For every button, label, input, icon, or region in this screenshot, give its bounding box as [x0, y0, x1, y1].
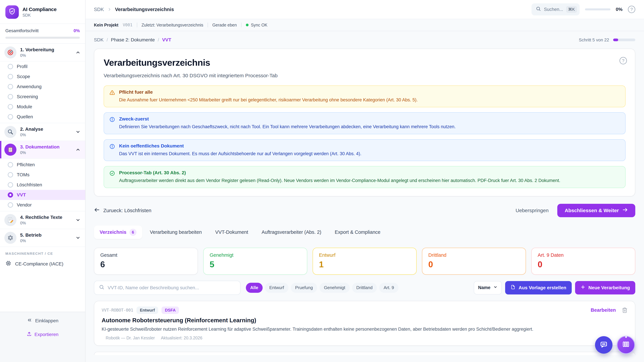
warning-icon: [109, 90, 115, 103]
sidebar-phase-rechtliche-texte[interactable]: 4. Rechtliche Texte 0%: [0, 211, 85, 229]
vvt-entry-card[interactable]: VVT-ROBOT-001 Entwurf DSFA Bearbeiten Au…: [94, 301, 635, 346]
radio-icon: [8, 162, 13, 167]
sort-select[interactable]: Name: [474, 281, 502, 295]
chevron-down-icon[interactable]: [76, 235, 80, 240]
chevron-up-icon[interactable]: [76, 50, 80, 55]
vvt-search-placeholder: VVT-ID, Name oder Beschreibung suchen...: [108, 285, 199, 291]
chip-entwurf[interactable]: Entwurf: [265, 283, 288, 293]
finish-next-button[interactable]: Abschliessen & Weiter: [557, 204, 635, 217]
wizard-breadcrumb-current: VVT: [162, 37, 171, 42]
collapse-sidebar-button[interactable]: Einklappen: [0, 318, 85, 324]
alert-processor-tab: Processor-Tab (Art. 30 Abs. 2) Auftragsv…: [104, 166, 626, 188]
edit-button[interactable]: Bearbeiten: [591, 307, 616, 313]
sidebar-phase-analyse[interactable]: 2. Analyse 0%: [0, 123, 85, 141]
sidebar-item-quellen[interactable]: Quellen: [0, 112, 85, 123]
trash-icon[interactable]: [622, 307, 628, 313]
chat-fab[interactable]: [595, 336, 612, 354]
entry-description: KI-gesteuerte Schweißroboter nutzen Rein…: [102, 327, 628, 332]
entry-owner: Robotik — Dr. Jan Kessler: [106, 336, 155, 340]
columns-icon: [622, 340, 630, 350]
chip-alle[interactable]: Alle: [246, 283, 263, 293]
clipboard-icon: [4, 144, 16, 156]
back-button[interactable]: Zurueck: Löschfristen: [94, 207, 152, 214]
entry-updated: Aktualisiert: 20.3.2026: [161, 336, 202, 340]
wizard-breadcrumb-phase[interactable]: Phase 2: Dokumente: [111, 37, 155, 42]
radio-icon: [8, 74, 13, 79]
check-circle-icon: [109, 170, 115, 184]
alert-zweck: Zweck-zuerst Definieren Sie Verarbeitung…: [104, 112, 626, 134]
project-name: Kein Projekt: [94, 23, 118, 27]
radio-icon: [8, 182, 13, 188]
entry-title: Autonome Robotersteuerung (Reinforcement…: [102, 317, 628, 324]
stat-genehmigt: Genehmigt 5: [203, 248, 307, 275]
radio-icon: [8, 64, 13, 69]
sidebar-item-vvt[interactable]: VVT: [0, 190, 85, 200]
chevron-down-icon[interactable]: [76, 129, 80, 134]
sidebar-phase-betrieb[interactable]: 5. Betrieb 0%: [0, 229, 85, 247]
sidebar-item-vendor[interactable]: Vendor: [0, 200, 85, 211]
step-progress-bar: [613, 38, 635, 41]
board-fab[interactable]: [617, 336, 635, 354]
sidebar-item-toms[interactable]: TOMs: [0, 170, 85, 180]
tab-verarbeitung-bearbeiten[interactable]: Verarbeitung bearbeiten: [144, 226, 208, 239]
plus-icon: [580, 285, 586, 291]
version-badge: V001: [123, 23, 132, 27]
tab-count-badge: 6: [130, 229, 136, 236]
create-from-template-button[interactable]: Aus Vorlage erstellen: [505, 281, 572, 295]
tab-vvt-dokument[interactable]: VVT-Dokument: [210, 226, 254, 239]
radio-icon: [8, 94, 13, 99]
chip-icon: [5, 260, 12, 268]
topbar-progress-bar: [585, 8, 610, 10]
tab-export-compliance[interactable]: Export & Compliance: [329, 226, 386, 239]
sidebar-item-scope[interactable]: Scope: [0, 71, 85, 82]
chip-pruefung[interactable]: Pruefung: [291, 283, 317, 293]
breadcrumb-root[interactable]: SDK: [94, 7, 104, 12]
chip-drittland[interactable]: Drittland: [352, 283, 377, 293]
radio-icon: [8, 84, 13, 89]
filter-row: VVT-ID, Name oder Beschreibung suchen...…: [94, 281, 635, 295]
vvt-search-input[interactable]: VVT-ID, Name oder Beschreibung suchen...: [94, 281, 240, 295]
radio-icon: [8, 202, 13, 208]
chip-genehmigt[interactable]: Genehmigt: [320, 283, 350, 293]
radio-icon: [8, 114, 13, 119]
sidebar-nav: 1. Vorbereitung 0% Profil Scope Anwendun…: [0, 44, 85, 312]
skip-button[interactable]: Ueberspringen: [516, 208, 548, 213]
sidebar-item-ce-compliance[interactable]: CE-Compliance (IACE): [0, 258, 85, 272]
help-icon[interactable]: ?: [620, 57, 627, 64]
sidebar-item-anwendung[interactable]: Anwendung: [0, 82, 85, 92]
tab-verzeichnis[interactable]: Verzeichnis 6: [94, 226, 142, 239]
page-title: Verarbeitungsverzeichnis: [104, 57, 626, 68]
help-icon[interactable]: ?: [628, 6, 635, 13]
sidebar-item-pflichten[interactable]: Pflichten: [0, 159, 85, 170]
sidebar-phase-vorbereitung[interactable]: 1. Vorbereitung 0%: [0, 44, 85, 61]
next-entry-card-peek: [94, 352, 635, 355]
double-chevron-left-icon: [27, 318, 32, 324]
intro-card: Verarbeitungsverzeichnis ? Verarbeitungs…: [94, 49, 635, 196]
sidebar-item-loeschfristen[interactable]: Löschfristen: [0, 180, 85, 190]
sidebar-item-screening[interactable]: Screening: [0, 92, 85, 102]
page-content: SDK / Phase 2: Dokumente / VVT Schritt 5…: [86, 31, 644, 362]
new-processing-button[interactable]: Neue Verarbeitung: [575, 281, 635, 295]
stat-cards: Gesamt 6 Genehmigt 5 Entwurf 1 Drittland…: [94, 248, 635, 275]
sidebar-item-profil[interactable]: Profil: [0, 61, 85, 71]
breadcrumb: SDK Verarbeitungsverzeichnis: [94, 7, 174, 12]
chevron-up-icon[interactable]: [76, 147, 80, 152]
sidebar-phase-dokumentation[interactable]: 3. Dokumentation 0%: [0, 141, 85, 159]
radio-selected-icon: [8, 192, 13, 198]
phase-label: 1. Vorbereitung: [20, 47, 54, 52]
kbd-shortcut: ⌘K: [566, 6, 577, 13]
status-bar: Kein Projekt V001 Zuletzt: Verarbeitungs…: [86, 19, 644, 31]
wizard-breadcrumb-root[interactable]: SDK: [94, 37, 104, 42]
export-button[interactable]: Exportieren: [0, 331, 85, 338]
tab-auftragsverarbeiter[interactable]: Auftragsverarbeiter (Abs. 2): [256, 226, 327, 239]
app-edition: SDK: [22, 13, 56, 17]
global-search[interactable]: Suchen... ⌘K: [532, 3, 580, 15]
sidebar: AI Compliance SDK Gesamtfortschritt 0% 1…: [0, 0, 86, 362]
chip-art9[interactable]: Art. 9: [379, 283, 398, 293]
filter-chips: Alle Entwurf Pruefung Genehmigt Drittlan…: [246, 283, 398, 293]
document-icon: [510, 285, 516, 291]
overall-progress-bar: [5, 37, 80, 39]
chevron-down-icon[interactable]: [76, 218, 80, 223]
target-icon: [4, 46, 16, 58]
sidebar-item-module[interactable]: Module: [0, 102, 85, 112]
